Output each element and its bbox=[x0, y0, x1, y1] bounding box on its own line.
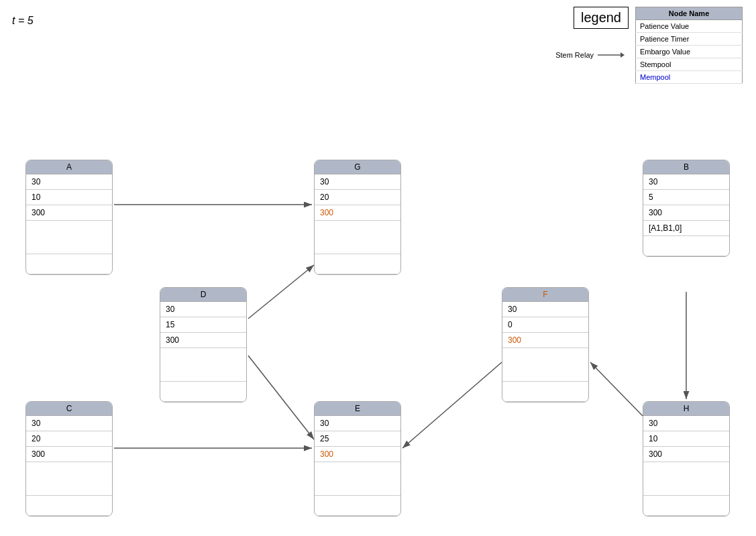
node-G-patience-timer: 20 bbox=[315, 190, 400, 205]
node-H-header: H bbox=[643, 402, 729, 416]
node-F-stempool bbox=[502, 348, 588, 382]
node-F-embargo-value: 300 bbox=[502, 333, 588, 348]
node-E-header: E bbox=[315, 402, 400, 416]
arrow-H-to-F bbox=[590, 362, 643, 416]
legend-table: Node Name Patience Value Patience Timer … bbox=[635, 7, 743, 84]
arrow-icon bbox=[598, 50, 625, 60]
node-D-embargo-value: 300 bbox=[160, 333, 246, 348]
node-B-patience-timer: 5 bbox=[643, 190, 729, 205]
arrow-D-to-E bbox=[248, 356, 314, 439]
node-D: D 30 15 300 bbox=[160, 287, 247, 403]
node-C: C 30 20 300 bbox=[25, 401, 113, 517]
node-D-patience-value: 30 bbox=[160, 302, 246, 317]
arrow-F-to-E bbox=[402, 362, 502, 448]
node-A: A 30 10 300 bbox=[25, 160, 113, 275]
node-C-patience-value: 30 bbox=[26, 416, 112, 431]
node-F-patience-value: 30 bbox=[502, 302, 588, 317]
legend-header: Node Name bbox=[636, 7, 743, 20]
node-B-stempool: [A1,B1,0] bbox=[643, 221, 729, 236]
node-G-mempool bbox=[315, 254, 400, 274]
legend-stempool: Stempool bbox=[636, 58, 743, 71]
node-B-mempool bbox=[643, 236, 729, 256]
node-G: G 30 20 300 bbox=[314, 160, 401, 275]
node-D-stempool bbox=[160, 348, 246, 382]
legend-embargo-value: Embargo Value bbox=[636, 46, 743, 58]
node-G-patience-value: 30 bbox=[315, 174, 400, 190]
node-G-stempool bbox=[315, 221, 400, 254]
node-D-mempool bbox=[160, 382, 246, 402]
node-A-stempool bbox=[26, 221, 112, 254]
node-D-header: D bbox=[160, 288, 246, 302]
node-F-mempool bbox=[502, 382, 588, 402]
node-C-embargo-value: 300 bbox=[26, 447, 112, 462]
node-B: B 30 5 300 [A1,B1,0] bbox=[643, 160, 730, 257]
node-F: F 30 0 300 bbox=[502, 287, 589, 403]
arrow-D-to-G bbox=[248, 265, 314, 319]
node-A-patience-value: 30 bbox=[26, 174, 112, 190]
legend-arrow-row: Stem Relay bbox=[551, 49, 629, 61]
legend-patience-timer: Patience Timer bbox=[636, 33, 743, 46]
node-B-embargo-value: 300 bbox=[643, 205, 729, 221]
node-A-mempool bbox=[26, 254, 112, 274]
node-B-header: B bbox=[643, 160, 729, 174]
node-B-patience-value: 30 bbox=[643, 174, 729, 190]
node-H-embargo-value: 300 bbox=[643, 447, 729, 462]
legend-mempool: Mempool bbox=[636, 71, 743, 84]
node-C-header: C bbox=[26, 402, 112, 416]
legend-patience-value: Patience Value bbox=[636, 20, 743, 33]
t-label: t = 5 bbox=[12, 15, 34, 27]
node-H-stempool bbox=[643, 462, 729, 496]
legend-box: legend Stem Relay Node Name Patience Val… bbox=[551, 7, 743, 84]
node-G-embargo-value: 300 bbox=[315, 205, 400, 221]
node-H-mempool bbox=[643, 496, 729, 516]
node-G-header: G bbox=[315, 160, 400, 174]
node-F-patience-timer: 0 bbox=[502, 317, 588, 333]
node-A-header: A bbox=[26, 160, 112, 174]
node-D-patience-timer: 15 bbox=[160, 317, 246, 333]
node-E-patience-value: 30 bbox=[315, 416, 400, 431]
node-A-embargo-value: 300 bbox=[26, 205, 112, 221]
node-H-patience-timer: 10 bbox=[643, 431, 729, 447]
stem-relay-label: Stem Relay bbox=[555, 51, 594, 59]
svg-marker-1 bbox=[620, 52, 625, 58]
legend-title: legend bbox=[574, 7, 629, 29]
node-F-header: F bbox=[502, 288, 588, 302]
node-E-mempool bbox=[315, 496, 400, 516]
node-E-stempool bbox=[315, 462, 400, 496]
node-E: E 30 25 300 bbox=[314, 401, 401, 517]
node-E-embargo-value: 300 bbox=[315, 447, 400, 462]
node-C-stempool bbox=[26, 462, 112, 496]
node-H: H 30 10 300 bbox=[643, 401, 730, 517]
node-E-patience-timer: 25 bbox=[315, 431, 400, 447]
node-C-patience-timer: 20 bbox=[26, 431, 112, 447]
node-H-patience-value: 30 bbox=[643, 416, 729, 431]
node-A-patience-timer: 10 bbox=[26, 190, 112, 205]
node-C-mempool bbox=[26, 496, 112, 516]
